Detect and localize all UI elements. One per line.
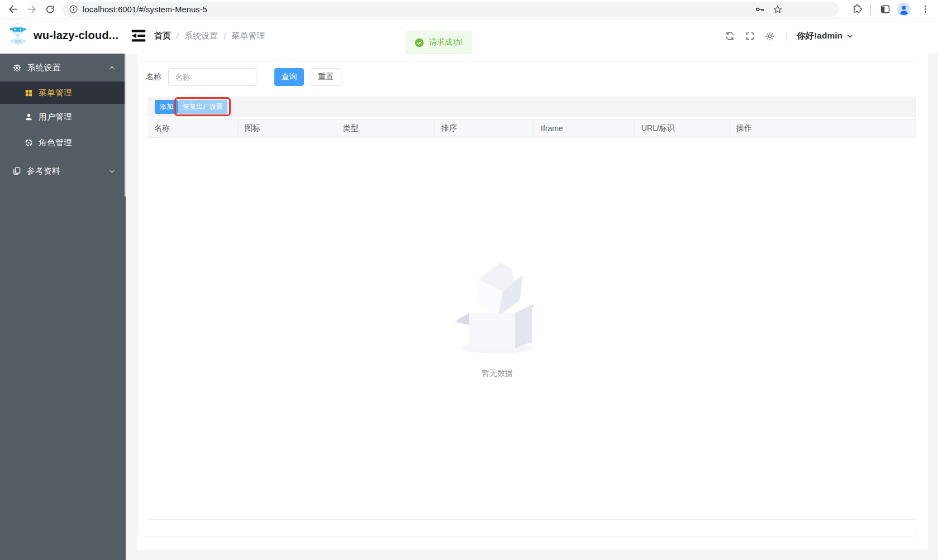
grid-icon xyxy=(25,89,33,97)
app-title: wu-lazy-cloud... xyxy=(34,29,118,42)
name-filter-input[interactable] xyxy=(168,68,256,86)
toast-message: 请求成功! xyxy=(429,37,463,47)
sidebar-scrollbar[interactable] xyxy=(125,54,126,197)
page-bottom-strip xyxy=(126,550,938,560)
table-bottom-border xyxy=(147,519,916,520)
column-header-type: 类型 xyxy=(336,119,435,137)
documents-icon xyxy=(12,166,21,175)
breadcrumb-separator: / xyxy=(223,31,226,41)
sidebar-item-label: 用户管理 xyxy=(39,112,72,122)
sidebar-item-role-management[interactable]: 角色管理 xyxy=(0,130,126,155)
table-empty-state: 暂无数据 xyxy=(397,255,598,379)
success-toast: 请求成功! xyxy=(406,31,472,54)
reload-icon[interactable] xyxy=(42,2,58,17)
table-header-row: 名称 图标 类型 排序 Iframe URL/标识 操作 xyxy=(147,119,916,138)
empty-box-illustration xyxy=(450,255,545,355)
user-icon xyxy=(25,113,33,121)
name-filter-label: 名称 xyxy=(146,72,161,82)
filter-form: 名称 查询 重置 xyxy=(146,68,341,86)
fullscreen-icon[interactable] xyxy=(744,30,756,42)
breadcrumb: 首页 / 系统设置 / 菜单管理 xyxy=(154,18,265,54)
refresh-icon[interactable] xyxy=(723,30,736,42)
toolbar-divider xyxy=(870,4,871,15)
collapse-menu-icon[interactable] xyxy=(131,28,146,43)
sidebar-item-label: 参考资料 xyxy=(27,166,60,176)
sidebar-item-reference-material[interactable]: 参考资料 xyxy=(0,157,126,185)
user-menu[interactable]: 你好!admin xyxy=(797,30,854,42)
sidebar: 系统设置 菜单管理 用户管理 角色管理 参考资料 xyxy=(0,54,126,560)
user-greeting: 你好!admin xyxy=(797,30,842,42)
column-header-url: URL/标识 xyxy=(635,119,730,137)
password-key-icon[interactable] xyxy=(754,4,765,15)
gear-icon xyxy=(12,63,22,73)
sidebar-item-label: 系统设置 xyxy=(27,63,61,73)
bookmark-star-icon[interactable] xyxy=(772,4,783,15)
side-panel-icon[interactable] xyxy=(878,2,893,17)
content-gutter xyxy=(126,54,137,550)
breadcrumb-menu-management[interactable]: 菜单管理 xyxy=(231,31,265,41)
header-divider xyxy=(786,32,787,41)
profile-icon[interactable] xyxy=(896,2,911,17)
app-logo xyxy=(7,22,28,46)
success-check-icon xyxy=(415,38,424,47)
page-scrollbar[interactable] xyxy=(928,18,938,550)
content-card: 名称 查询 重置 添加 恢复出厂设置 名称 图标 类型 排序 Iframe UR… xyxy=(139,61,916,537)
column-header-name: 名称 xyxy=(147,119,238,137)
chevron-up-icon xyxy=(108,64,116,71)
add-button[interactable]: 添加 xyxy=(155,100,178,114)
empty-text: 暂无数据 xyxy=(397,368,598,379)
query-button[interactable]: 查询 xyxy=(274,68,304,86)
restore-factory-button[interactable]: 恢复出厂设置 xyxy=(178,100,227,114)
chevron-down-icon xyxy=(108,167,116,175)
sidebar-item-user-management[interactable]: 用户管理 xyxy=(0,104,126,130)
page-info-icon[interactable] xyxy=(69,4,78,14)
menu-dots-icon[interactable] xyxy=(918,2,933,17)
forward-icon[interactable] xyxy=(24,2,39,17)
sidebar-item-system-settings[interactable]: 系统设置 xyxy=(0,54,126,82)
breadcrumb-separator: / xyxy=(177,31,179,41)
chevron-down-icon xyxy=(846,32,854,40)
table-toolbar: 添加 恢复出厂设置 xyxy=(147,97,916,117)
column-header-sort: 排序 xyxy=(435,119,534,137)
reset-button[interactable]: 重置 xyxy=(311,68,341,86)
sidebar-item-label: 角色管理 xyxy=(39,137,72,148)
column-header-actions: 操作 xyxy=(730,119,916,137)
theme-sun-icon[interactable] xyxy=(764,30,776,42)
column-header-icon: 图标 xyxy=(238,119,336,137)
screenshot-root: localhost:6001/#/system-Menus-5 xyxy=(0,0,938,560)
sidebar-item-menu-management[interactable]: 菜单管理 xyxy=(0,82,126,104)
url-text[interactable]: localhost:6001/#/system-Menus-5 xyxy=(83,5,207,14)
url-bar[interactable]: localhost:6001/#/system-Menus-5 xyxy=(63,2,839,17)
column-header-iframe: Iframe xyxy=(534,119,635,137)
role-icon xyxy=(25,138,33,147)
header-actions: 你好!admin xyxy=(723,18,854,54)
browser-toolbar: localhost:6001/#/system-Menus-5 xyxy=(0,0,938,18)
extensions-puzzle-icon[interactable] xyxy=(850,2,865,17)
breadcrumb-system-settings[interactable]: 系统设置 xyxy=(184,31,218,41)
sidebar-item-label: 菜单管理 xyxy=(39,88,72,98)
breadcrumb-home[interactable]: 首页 xyxy=(154,31,171,41)
back-icon[interactable] xyxy=(6,2,21,17)
